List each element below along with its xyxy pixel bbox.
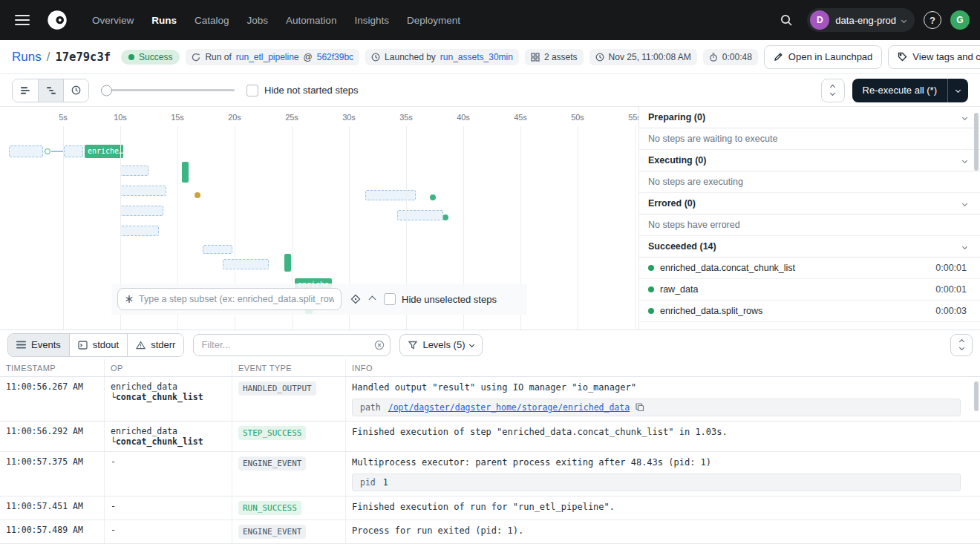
- gantt-step-bar[interactable]: [284, 254, 291, 272]
- log-row[interactable]: 11:00:57.489 AM - ENGINE_EVENT Process f…: [0, 520, 980, 544]
- view-tags-config-button[interactable]: View tags and config: [888, 45, 980, 69]
- hamburger-menu-icon[interactable]: [10, 7, 36, 33]
- gantt-flat-view-icon[interactable]: [13, 79, 38, 102]
- gantt-step-pending[interactable]: [223, 259, 269, 269]
- succeeded-step-row[interactable]: enriched_data.split_rows 0:00:03: [639, 301, 980, 322]
- graph-diamond-icon[interactable]: [350, 294, 361, 304]
- log-op: -: [104, 497, 232, 520]
- tab-stdout[interactable]: stdout: [69, 334, 127, 356]
- nav-item-overview[interactable]: Overview: [92, 15, 134, 26]
- expand-collapse-button[interactable]: [821, 79, 845, 102]
- gantt-waterfall-view-icon[interactable]: [38, 79, 63, 102]
- gantt-step-pending[interactable]: [120, 206, 163, 216]
- tag-assets[interactable]: 2 assets: [525, 49, 584, 65]
- reexecute-all-button[interactable]: Re-execute all (*): [852, 79, 968, 102]
- steps-status-panel: Preparing (0) No steps are waiting to ex…: [638, 107, 980, 330]
- hide-not-started-checkbox[interactable]: Hide not started steps: [246, 85, 358, 96]
- succeeded-step-row[interactable]: raw_data 0:00:01: [639, 279, 980, 301]
- column-header-timestamp: TIMESTAMP: [0, 359, 104, 376]
- metadata-path-link[interactable]: /opt/dagster/dagster_home/storage/enrich…: [388, 402, 630, 413]
- success-dot-icon: [648, 286, 654, 292]
- reexecute-dropdown-caret[interactable]: [947, 79, 968, 102]
- gantt-step-pending[interactable]: [203, 245, 232, 254]
- slider-knob[interactable]: [101, 85, 112, 96]
- app-window: Overview Runs Catalog Jobs Automation In…: [0, 0, 980, 544]
- log-row[interactable]: 11:00:57.375 AM - ENGINE_EVENT Multiproc…: [0, 452, 980, 497]
- gantt-tick-label: 20s: [228, 113, 241, 122]
- step-subset-input-wrap[interactable]: [117, 288, 342, 310]
- gantt-step-bar[interactable]: [182, 162, 189, 183]
- gantt-step-pending[interactable]: [397, 210, 443, 220]
- copy-icon[interactable]: [636, 403, 644, 412]
- toolbar-right: Re-execute all (*): [821, 79, 968, 102]
- gantt-step-pending[interactable]: [120, 166, 148, 176]
- breadcrumb-runs-link[interactable]: Runs: [12, 50, 42, 65]
- checkbox-icon[interactable]: [246, 85, 258, 96]
- section-errored[interactable]: Errored (0): [639, 193, 980, 214]
- gantt-tick-label: 40s: [457, 113, 470, 122]
- gantt-chart[interactable]: enriche…enriche… Hide unselected steps 5…: [0, 107, 638, 330]
- deployment-avatar: D: [810, 10, 829, 30]
- log-info: Finished execution of step "enriched_dat…: [345, 422, 980, 451]
- open-in-launchpad-button[interactable]: Open in Launchpad: [764, 45, 882, 69]
- nav-item-catalog[interactable]: Catalog: [195, 15, 229, 26]
- step-subset-input[interactable]: [139, 294, 334, 304]
- hide-unselected-checkbox[interactable]: Hide unselected steps: [384, 293, 497, 305]
- log-event-type: STEP_SUCCESS: [232, 422, 345, 451]
- column-header-op: OP: [104, 359, 232, 376]
- tab-events[interactable]: Events: [8, 334, 69, 356]
- checkbox-icon[interactable]: [384, 293, 396, 305]
- collapse-overlay-icon[interactable]: [370, 297, 375, 302]
- gantt-tick-label: 35s: [399, 113, 413, 122]
- refresh-icon: [192, 53, 200, 62]
- chevron-down-icon: [962, 157, 967, 163]
- metadata-value: 1: [383, 477, 388, 488]
- gantt-step-pending[interactable]: [64, 145, 83, 157]
- nav-item-insights[interactable]: Insights: [354, 15, 389, 26]
- succeeded-step-row-partial[interactable]: [639, 322, 980, 330]
- nav-item-deployment[interactable]: Deployment: [407, 15, 460, 26]
- pipeline-link[interactable]: run_etl_pipeline: [236, 52, 299, 62]
- top-navbar: Overview Runs Catalog Jobs Automation In…: [0, 0, 980, 40]
- tab-stderr[interactable]: stderr: [127, 334, 183, 356]
- commit-link[interactable]: 562f39bc: [317, 52, 353, 62]
- gantt-step-pending[interactable]: [120, 226, 159, 236]
- gantt-step-pending[interactable]: [9, 145, 43, 157]
- chevron-down-icon: [962, 114, 967, 119]
- nav-item-jobs[interactable]: Jobs: [247, 15, 269, 26]
- section-preparing[interactable]: Preparing (0): [639, 107, 980, 128]
- zoom-slider[interactable]: [101, 89, 235, 91]
- filter-wrap: [193, 334, 391, 356]
- succeeded-step-row[interactable]: enriched_data.concat_chunk_list 0:00:01: [639, 258, 980, 279]
- deployment-name: data-eng-prod: [835, 15, 896, 26]
- levels-dropdown[interactable]: Levels (5): [399, 334, 483, 356]
- log-row[interactable]: 11:00:56.267 AM enriched_data └concat_ch…: [0, 377, 980, 422]
- log-row[interactable]: 11:00:56.292 AM enriched_data └concat_ch…: [0, 422, 980, 452]
- gantt-step-label[interactable]: enriche…: [85, 145, 123, 158]
- filter-input[interactable]: [193, 334, 391, 356]
- funnel-icon: [408, 341, 417, 350]
- user-avatar[interactable]: G: [950, 10, 970, 30]
- schedule-link[interactable]: run_assets_30min: [440, 52, 513, 62]
- clock-view-icon[interactable]: [63, 79, 88, 102]
- clear-filter-icon[interactable]: [374, 340, 385, 350]
- events-toolbar-right: [950, 334, 973, 356]
- section-succeeded[interactable]: Succeeded (14): [639, 236, 980, 258]
- gantt-step-pending[interactable]: [365, 190, 416, 200]
- log-row[interactable]: 11:00:57.451 AM - RUN_SUCCESS Finished e…: [0, 497, 980, 520]
- section-executing[interactable]: Executing (0): [639, 150, 980, 171]
- gantt-step-pending[interactable]: [120, 186, 166, 196]
- success-dot-icon: [648, 265, 654, 271]
- log-scrollbar[interactable]: [974, 381, 979, 411]
- dagster-logo-icon[interactable]: [46, 9, 68, 31]
- expand-log-panel-button[interactable]: [950, 334, 973, 356]
- events-toolbar: Events stdout stderr Levels (5): [0, 330, 980, 359]
- search-icon[interactable]: [774, 8, 798, 32]
- panel-scrollbar[interactable]: [974, 113, 979, 171]
- nav-item-runs[interactable]: Runs: [151, 15, 177, 26]
- help-icon[interactable]: ?: [924, 11, 941, 29]
- nav-item-automation[interactable]: Automation: [286, 15, 336, 26]
- log-table-header: TIMESTAMP OP EVENT TYPE INFO: [0, 359, 980, 377]
- clock-icon: [595, 53, 604, 62]
- deployment-switcher[interactable]: D data-eng-prod: [807, 8, 915, 32]
